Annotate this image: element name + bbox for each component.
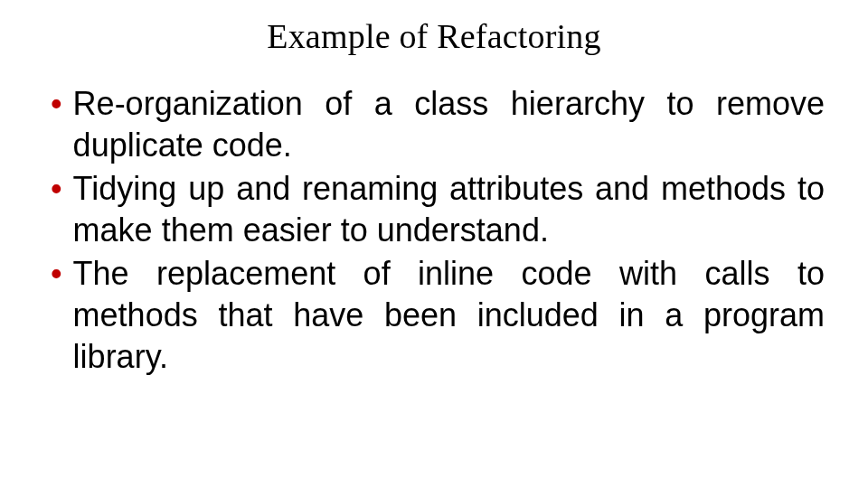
bullet-icon: • (51, 253, 62, 295)
list-item: • The replacement of inline code with ca… (51, 253, 825, 378)
bullet-icon: • (51, 83, 62, 125)
bullet-text: The replacement of inline code with call… (73, 253, 825, 378)
slide-content: • Re-organization of a class hierarchy t… (43, 83, 825, 378)
list-item: • Re-organization of a class hierarchy t… (51, 83, 825, 166)
bullet-icon: • (51, 168, 62, 210)
bullet-text: Tidying up and renaming attributes and m… (73, 168, 825, 251)
slide-title: Example of Refactoring (43, 16, 825, 56)
slide: Example of Refactoring • Re-organization… (0, 0, 868, 488)
list-item: • Tidying up and renaming attributes and… (51, 168, 825, 251)
bullet-text: Re-organization of a class hierarchy to … (73, 83, 825, 166)
